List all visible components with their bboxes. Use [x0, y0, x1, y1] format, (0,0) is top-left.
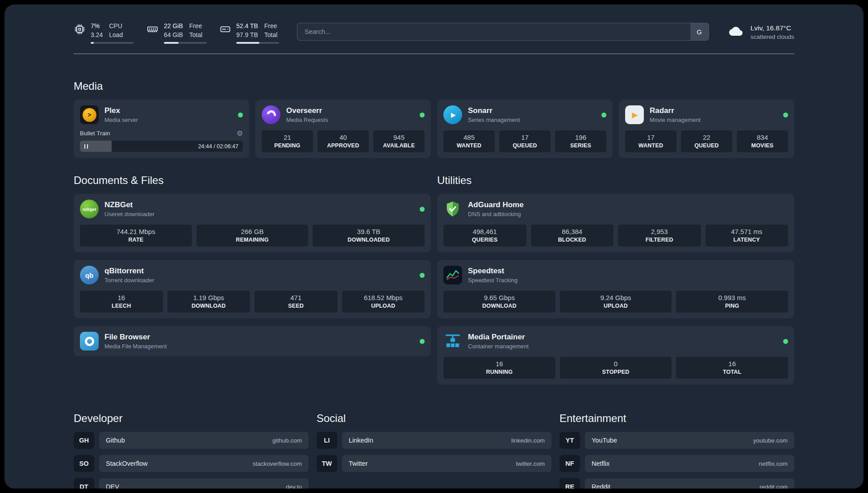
cpu-widget: 7% 3.24 CPU Load [74, 22, 134, 44]
status-dot [238, 113, 243, 117]
section-title-utilities: Utilities [437, 174, 794, 187]
status-dot [420, 273, 425, 278]
service-card-filebrowser[interactable]: File Browser Media File Management [74, 326, 431, 356]
section-title-documents: Documents & Files [74, 174, 431, 187]
stat-tile: 16TOTAL [676, 357, 788, 379]
bookmark-abbr: LI [317, 432, 337, 449]
bookmark-twitter[interactable]: TW Twittertwitter.com [317, 455, 551, 472]
stat-tile: 39.6 TBDOWNLOADED [313, 225, 425, 246]
service-card-sonarr[interactable]: ▶ Sonarr Series management 485WANTED 17Q… [437, 100, 613, 158]
topbar-divider [74, 54, 794, 54]
cloud-icon [727, 25, 745, 40]
service-name: Overseerr [286, 106, 328, 115]
topbar: 7% 3.24 CPU Load [74, 22, 794, 44]
gear-icon[interactable]: ⚙ [237, 129, 243, 138]
service-subtitle: Media server [104, 117, 138, 123]
section-documents: Documents & Files nzbget NZBGet Usenet d… [74, 174, 431, 356]
section-utilities: Utilities AdGu [437, 174, 794, 384]
bookmark-group-entertainment: Entertainment YT YouTubeyoutube.com NF N… [559, 412, 794, 489]
service-name: Radarr [650, 106, 701, 115]
memory-label-top: Free [189, 22, 203, 30]
service-name: NZBGet [104, 201, 154, 209]
service-card-qbittorrent[interactable]: qb qBittorrent Torrent downloader 16LEEC… [74, 260, 431, 318]
service-name: Sonarr [468, 106, 520, 115]
pause-icon[interactable] [84, 144, 88, 149]
stat-tile: 0STOPPED [560, 357, 672, 379]
bookmark-url: stackoverflow.com [253, 460, 302, 467]
section-title-developer: Developer [74, 412, 309, 425]
service-name: qBittorrent [104, 267, 154, 276]
bookmark-linkedin[interactable]: LI LinkedInlinkedin.com [317, 432, 551, 449]
hard-drive-icon [219, 23, 231, 37]
memory-total-value: 64 GiB [164, 31, 183, 39]
bookmark-dev[interactable]: DT DEVdev.to [74, 478, 309, 489]
bookmark-github[interactable]: GH Githubgithub.com [74, 432, 309, 449]
memory-label-bottom: Total [189, 31, 203, 39]
search-engine-button[interactable]: G [690, 23, 709, 41]
bookmark-abbr: SO [74, 455, 94, 472]
disk-free-value: 52.4 TB [236, 22, 258, 30]
nzbget-icon: nzbget [80, 200, 99, 218]
service-card-overseerr[interactable]: Overseerr Media Requests 21PENDING 40APP… [255, 100, 431, 158]
status-dot [783, 339, 788, 344]
playback-time: 24:44 / 02:06:47 [198, 143, 238, 150]
disk-total-value: 97.9 TB [236, 31, 258, 39]
service-subtitle: Speedtest Tracking [468, 277, 517, 284]
qbittorrent-icon: qb [80, 266, 99, 284]
memory-free-value: 22 GiB [164, 22, 183, 30]
disk-widget: 52.4 TB 97.9 TB Free Total [219, 22, 279, 44]
stat-tile: 945AVAILABLE [373, 130, 425, 152]
status-dot [420, 113, 425, 117]
stat-tile: 834MOVIES [737, 130, 788, 152]
cpu-load-value: 3.24 [91, 31, 103, 39]
service-card-plex[interactable]: > Plex Media server Bullet Train ⚙ [74, 100, 249, 158]
status-dot [783, 113, 788, 117]
service-card-speedtest[interactable]: Speedtest Speedtest Tracking 9.65 GbpsDO… [437, 260, 794, 318]
stat-tile: 86,384BLOCKED [531, 225, 614, 246]
bookmark-name: LinkedIn [349, 437, 373, 444]
service-card-portainer[interactable]: Media Portainer Container management 16R… [437, 326, 794, 384]
stat-tile: 9.65 GbpsDOWNLOAD [443, 291, 555, 313]
bookmark-url: linkedin.com [511, 437, 545, 444]
weather-widget[interactable]: Lviv, 16.87°C scattered clouds [727, 24, 794, 40]
search-input[interactable] [297, 23, 690, 41]
stat-tile: 40APPROVED [317, 130, 369, 152]
service-subtitle: Usenet downloader [104, 211, 154, 217]
search-bar: G [297, 23, 709, 41]
section-title-media: Media [74, 80, 794, 92]
disk-label-top: Free [264, 22, 278, 30]
stat-tile: 22QUEUED [681, 130, 732, 152]
bookmark-stackoverflow[interactable]: SO StackOverflowstackoverflow.com [74, 455, 309, 472]
stat-tile: 0.993 msPING [676, 291, 788, 313]
service-subtitle: Movie management [650, 117, 701, 123]
status-dot [420, 207, 425, 212]
bookmark-netflix[interactable]: NF Netflixnetflix.com [559, 455, 794, 472]
service-card-nzbget[interactable]: nzbget NZBGet Usenet downloader 744.21 M… [74, 194, 431, 252]
bookmark-abbr: YT [559, 432, 580, 449]
stat-tile: 9.24 GbpsUPLOAD [560, 291, 672, 313]
bookmark-reddit[interactable]: RE Redditreddit.com [559, 478, 794, 489]
bookmark-url: youtube.com [753, 437, 788, 444]
status-dot [420, 339, 425, 344]
service-name: Plex [104, 106, 138, 115]
bookmark-url: github.com [272, 437, 302, 444]
bookmark-name: Reddit [592, 483, 610, 489]
memory-icon [146, 23, 159, 37]
service-name: Speedtest [468, 267, 517, 276]
bookmark-abbr: TW [317, 455, 337, 472]
service-subtitle: Media Requests [286, 117, 328, 123]
service-subtitle: Media File Management [104, 343, 167, 350]
playback-bar[interactable]: 24:44 / 02:06:47 [80, 141, 243, 152]
memory-widget: 22 GiB 64 GiB Free Total [146, 22, 207, 44]
portainer-crane-icon [443, 332, 462, 351]
service-card-radarr[interactable]: ▶ Radarr Movie management 17WANTED 22QUE… [619, 100, 794, 158]
bookmark-url: dev.to [286, 484, 302, 489]
service-card-adguard[interactable]: AdGuard Home DNS and adblocking 498,461Q… [437, 194, 794, 252]
bookmark-youtube[interactable]: YT YouTubeyoutube.com [559, 432, 794, 449]
stat-tile: 17QUEUED [499, 130, 551, 152]
bookmark-url: reddit.com [760, 484, 788, 489]
dashboard: 7% 3.24 CPU Load [4, 4, 864, 489]
sonarr-icon: ▶ [443, 105, 462, 124]
bookmark-group-social: Social LI LinkedInlinkedin.com TW Twitte… [317, 412, 551, 478]
stat-tile: 21PENDING [262, 130, 313, 152]
